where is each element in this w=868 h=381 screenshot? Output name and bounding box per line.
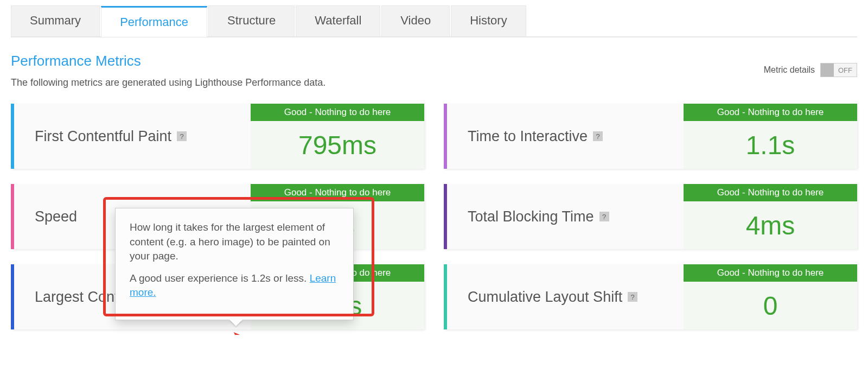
section-title: Performance Metrics bbox=[11, 53, 141, 69]
metric-value: 0 bbox=[684, 282, 857, 329]
metric-name: Cumulative Layout Shift bbox=[468, 289, 622, 306]
metrics-grid: First Contentful Paint ? Good - Nothing … bbox=[11, 104, 857, 329]
section-description: The following metrics are generated usin… bbox=[11, 77, 857, 88]
metric-card-cls: Cumulative Layout Shift ? Good - Nothing… bbox=[444, 264, 857, 329]
metric-value: 795ms bbox=[251, 121, 424, 169]
status-badge: Good - Nothing to do here bbox=[251, 104, 424, 121]
metric-value: 4ms bbox=[684, 201, 857, 249]
metric-card-fcp: First Contentful Paint ? Good - Nothing … bbox=[11, 104, 424, 169]
tab-history[interactable]: History bbox=[451, 5, 526, 36]
tab-summary[interactable]: Summary bbox=[11, 5, 100, 36]
metric-name: Total Blocking Time bbox=[468, 208, 594, 225]
metric-name: Time to Interactive bbox=[468, 128, 588, 145]
tooltip-text-2: A good user experience is 1.2s or less. … bbox=[130, 271, 339, 300]
status-badge: Good - Nothing to do here bbox=[251, 184, 424, 201]
metric-value: 1.1s bbox=[684, 121, 857, 169]
status-badge: Good - Nothing to do here bbox=[684, 104, 857, 121]
toggle-state: OFF bbox=[838, 66, 852, 74]
help-icon[interactable]: ? bbox=[593, 131, 603, 141]
metric-card-tbt: Total Blocking Time ? Good - Nothing to … bbox=[444, 184, 857, 249]
metric-name: First Contentful Paint bbox=[35, 128, 171, 145]
toggle-label: Metric details bbox=[764, 65, 815, 75]
tab-structure[interactable]: Structure bbox=[208, 5, 295, 36]
help-icon[interactable]: ? bbox=[628, 292, 637, 302]
metric-card-tti: Time to Interactive ? Good - Nothing to … bbox=[444, 104, 857, 169]
help-icon[interactable]: ? bbox=[599, 212, 609, 221]
help-icon[interactable]: ? bbox=[177, 131, 187, 141]
status-badge: Good - Nothing to do here bbox=[684, 184, 857, 201]
status-badge: Good - Nothing to do here bbox=[684, 264, 857, 282]
tooltip-text: How long it takes for the largest elemen… bbox=[130, 220, 339, 264]
metric-details-toggle[interactable]: Metric details OFF bbox=[764, 63, 857, 77]
tabs-bar: Summary Performance Structure Waterfall … bbox=[11, 5, 857, 37]
tab-waterfall[interactable]: Waterfall bbox=[296, 5, 380, 36]
help-tooltip: How long it takes for the largest elemen… bbox=[115, 208, 354, 320]
tab-performance[interactable]: Performance bbox=[101, 6, 207, 37]
toggle-knob bbox=[821, 63, 834, 77]
tab-video[interactable]: Video bbox=[381, 5, 450, 36]
annotation-arrow-icon bbox=[228, 329, 293, 335]
metric-name: Speed bbox=[35, 208, 77, 225]
